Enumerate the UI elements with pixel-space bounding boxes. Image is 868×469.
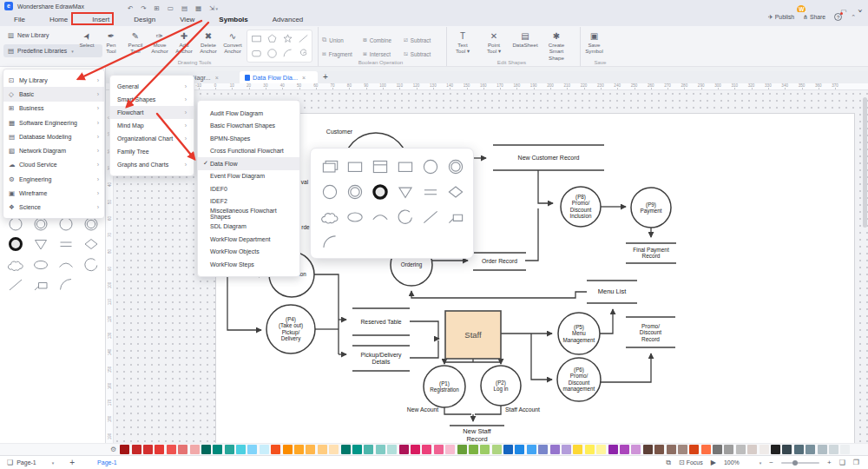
caret-down-icon[interactable]: ▾ [52,460,55,466]
process-p6[interactable] [557,358,601,401]
sidebar-item-business[interactable]: ⊞Business› [3,102,104,116]
add-page-button[interactable]: + [69,458,75,467]
color-swatch[interactable] [538,445,548,454]
fit-window-icon[interactable]: ❐ [853,459,859,466]
color-swatch[interactable] [260,445,269,454]
color-swatch[interactable] [445,445,455,454]
datasheet-button[interactable]: ▤DataSheet [510,29,541,61]
close-tab-icon[interactable]: × [302,75,306,81]
menu-item-smart-shapes[interactable]: Smart Shapes› [110,93,194,106]
sidebar-item-cloud-service[interactable]: ☁Cloud Service› [3,158,104,172]
shape-arc-curve-icon[interactable] [53,275,78,296]
menu-item-cross-functional-flowchart[interactable]: Cross Functional Flowchart [198,145,299,158]
color-swatch[interactable] [178,445,187,454]
color-swatch[interactable] [376,445,385,454]
color-swatch[interactable] [132,445,141,454]
menu-item-miscellaneous-flowchart-shapes[interactable]: Miscellaneous Flowchart Shapes [198,208,299,221]
tab-advanced[interactable]: Advanced [260,13,316,26]
color-swatch[interactable] [631,445,641,454]
tab-symbols[interactable]: Symbols [207,13,260,26]
menu-item-flowchart[interactable]: Flowchart› [110,106,194,119]
open-file-icon[interactable]: ▭ [168,4,174,12]
color-swatch[interactable] [434,445,444,454]
color-swatch[interactable] [341,445,351,454]
tab-design[interactable]: Design [122,13,168,26]
process-p2[interactable] [481,366,521,406]
color-swatch[interactable] [620,445,629,454]
color-swatch[interactable] [667,445,676,454]
redo-icon[interactable]: ↷ [141,4,146,12]
menu-item-workflow-steps[interactable]: WorkFlow Steps [198,258,299,271]
color-swatch[interactable] [318,445,327,454]
print-icon[interactable]: ▦ [195,4,201,12]
shape-cloud-icon[interactable] [3,254,28,275]
tab-view[interactable]: View [168,13,207,26]
shape-ellipse-icon[interactable] [28,254,53,275]
shape-rect-icon[interactable] [248,31,264,46]
collapse-ribbon-icon[interactable]: ⌃ [851,14,856,21]
shape-bold-circle-icon[interactable] [3,234,28,255]
menu-item-mind-map[interactable]: Mind Map› [110,119,194,132]
caret-down-icon[interactable]: ▾ [760,460,762,466]
save-file-icon[interactable]: ▤ [181,4,187,12]
color-swatch[interactable] [492,445,502,454]
sidebar-item-science[interactable]: ❖Science› [3,201,104,215]
zoom-out-icon[interactable]: − [769,459,773,466]
shape-cloud-icon[interactable] [317,204,342,229]
subtract-button-2[interactable]: ⧄Subtract [404,33,444,47]
menu-item-event-flow-diagram[interactable]: Event Flow Diagram [198,170,299,183]
new-file-icon[interactable]: ⊞ [155,4,160,12]
shape-diamond-icon[interactable] [443,179,468,204]
shape-triangle-down-icon[interactable] [392,179,418,204]
staff-entity[interactable] [445,311,501,359]
shape-line-icon[interactable] [3,275,28,296]
combine-button-1[interactable]: ⧇Combine [363,33,404,47]
page-tab-active[interactable]: Page-1 [97,459,117,466]
close-tab-icon[interactable]: × [215,75,219,81]
shape-parallel-lines-icon[interactable] [53,234,78,255]
shape-rect-band-icon[interactable] [367,154,392,179]
shape-arc-icon[interactable] [53,254,78,275]
color-swatch[interactable] [352,445,362,454]
sidebar-item-database-modeling[interactable]: ▤Database Modeling› [3,129,104,143]
zoom-in-icon[interactable]: + [827,459,832,466]
move-anchor-button[interactable]: ✑Move Anchor [148,29,172,55]
color-swatch[interactable] [155,445,164,454]
publish-button[interactable]: ✈Publish [768,14,794,21]
color-swatch[interactable] [724,445,733,454]
menu-item-graphs-and-charts[interactable]: Graphs and Charts› [110,158,194,171]
color-swatch[interactable] [573,445,582,454]
color-swatch[interactable] [387,445,397,454]
zoom-level[interactable]: 100% [724,459,740,466]
presentation-icon[interactable]: ▶ [711,459,716,466]
color-swatch[interactable] [143,445,153,454]
zoom-slider-knob[interactable] [792,460,798,466]
undo-icon[interactable]: ↶ [128,4,133,12]
color-swatch[interactable] [399,445,409,454]
shape-callout-icon[interactable] [28,275,53,296]
process-p9[interactable] [631,188,671,228]
color-swatch[interactable] [294,445,304,454]
color-swatch[interactable] [190,445,200,454]
shape-open-circle-icon[interactable] [392,204,418,229]
pencil-tool-button[interactable]: ✎Pencil Tool [123,29,148,55]
zoom-slider[interactable] [781,462,819,464]
process-p8[interactable] [561,187,601,227]
tab-insert[interactable]: Insert [80,13,122,26]
sidebar-item-my-library[interactable]: ⊡My Library› [3,73,104,87]
delete-anchor-button[interactable]: ✖Delete Anchor [196,29,220,55]
color-swatch[interactable] [411,445,420,454]
share-button[interactable]: ⋔Share [803,14,825,21]
color-swatch[interactable] [771,445,780,454]
sidebar-item-engineering[interactable]: ⚙Engineering› [3,172,104,186]
shape-open-circle-icon[interactable] [78,254,103,275]
shape-rect-icon[interactable] [342,154,367,179]
shape-parallel-lines-icon[interactable] [418,179,443,204]
color-swatch[interactable] [120,445,129,454]
color-swatch[interactable] [713,445,722,454]
color-swatch[interactable] [225,445,234,454]
shape-bold-circle-icon[interactable] [367,179,392,204]
fullscreen-icon[interactable]: ❏ [839,459,845,466]
color-swatch[interactable] [457,445,467,454]
shape-arc-curve-icon[interactable] [317,229,342,254]
